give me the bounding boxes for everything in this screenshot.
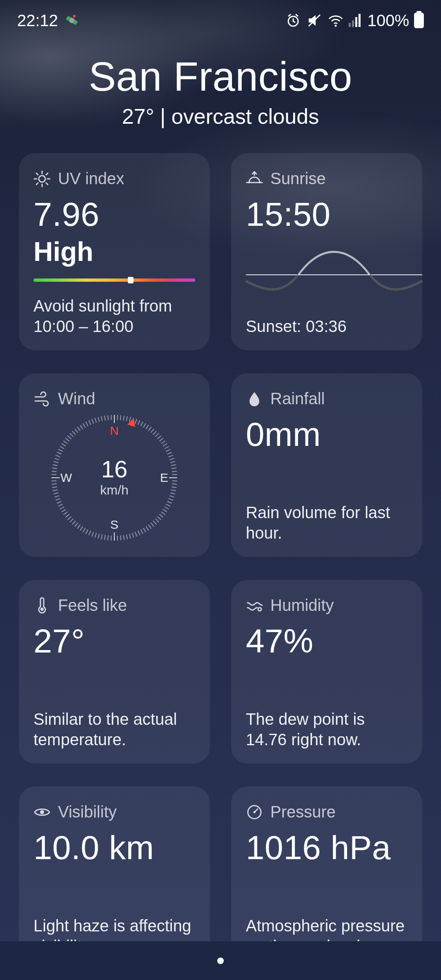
wifi-icon — [327, 12, 344, 29]
svg-point-6 — [334, 25, 336, 27]
sunrise-card[interactable]: Sunrise 15:50 Sunset: 03:36 — [231, 153, 422, 350]
humidity-desc: The dew point is 14.76 right now. — [246, 709, 408, 750]
satellite-icon — [64, 12, 80, 29]
status-right: 100% — [285, 11, 424, 30]
uv-index-value: 7.96 — [33, 195, 195, 234]
wind-unit: km/h — [100, 483, 128, 498]
uv-marker — [128, 277, 134, 283]
visibility-value: 10.0 km — [33, 829, 195, 867]
thermometer-icon — [33, 597, 51, 614]
uv-spectrum-bar — [33, 278, 195, 282]
feels-like-value: 27° — [33, 622, 195, 660]
signal-icon — [349, 12, 363, 29]
uv-index-level: High — [33, 236, 195, 267]
humidity-icon — [246, 597, 263, 614]
rainfall-card[interactable]: Rainfall 0mm Rain volume for last hour. — [231, 373, 422, 557]
humidity-value: 47% — [246, 622, 408, 660]
metrics-grid: UV index 7.96 High Avoid sunlight from 1… — [19, 153, 422, 970]
uv-index-advice: Avoid sunlight from 10:00 – 16:00 — [33, 296, 195, 336]
svg-point-3 — [73, 15, 76, 18]
battery-text: 100% — [368, 11, 409, 30]
rainfall-header: Rainfall — [246, 390, 408, 408]
pressure-header: Pressure — [246, 803, 408, 821]
uv-index-card[interactable]: UV index 7.96 High Avoid sunlight from 1… — [19, 153, 210, 350]
pressure-title: Pressure — [270, 803, 336, 821]
humidity-card[interactable]: Humidity 47% The dew point is 14.76 righ… — [231, 580, 422, 764]
wind-compass: N S E W 16 km/h — [49, 412, 180, 543]
battery-icon — [414, 13, 424, 28]
wind-speed: 16 — [101, 457, 128, 481]
wind-card[interactable]: Wind N S E W 16 km/h — [19, 373, 210, 557]
feels-like-card[interactable]: Feels like 27° Similar to the actual tem… — [19, 580, 210, 764]
svg-rect-7 — [349, 23, 351, 27]
uv-index-header: UV index — [33, 169, 195, 188]
svg-line-16 — [36, 173, 38, 175]
uv-index-title: UV index — [58, 169, 124, 188]
svg-rect-9 — [355, 17, 357, 27]
svg-rect-8 — [352, 20, 354, 27]
alarm-icon — [285, 12, 301, 29]
wind-title: Wind — [58, 390, 95, 408]
feels-like-title: Feels like — [58, 596, 127, 615]
mute-icon — [306, 12, 323, 29]
weather-header: San Francisco 27° | overcast clouds — [0, 53, 441, 129]
svg-point-148 — [254, 811, 256, 813]
svg-line-18 — [36, 183, 38, 185]
svg-rect-10 — [359, 14, 361, 27]
nav-home-indicator[interactable] — [217, 958, 224, 964]
svg-point-145 — [40, 810, 44, 814]
status-left: 22:12 — [17, 11, 80, 30]
weather-summary: 27° | overcast clouds — [0, 104, 441, 129]
sunrise-header: Sunrise — [246, 169, 408, 188]
eye-icon — [33, 804, 51, 821]
sun-path-graph — [246, 248, 422, 297]
city-name: San Francisco — [0, 53, 441, 100]
rainfall-value: 0mm — [246, 415, 408, 454]
rainfall-desc: Rain volume for last hour. — [246, 502, 408, 543]
feels-like-header: Feels like — [33, 596, 195, 615]
status-bar: 22:12 — [0, 0, 441, 37]
gauge-icon — [246, 804, 263, 821]
status-time: 22:12 — [17, 11, 58, 30]
wind-header: Wind — [33, 390, 195, 408]
sun-icon — [33, 170, 51, 187]
svg-line-17 — [46, 183, 48, 185]
svg-point-11 — [39, 176, 45, 182]
rainfall-title: Rainfall — [270, 390, 325, 408]
system-nav-bar — [0, 941, 441, 980]
svg-point-143 — [40, 608, 44, 611]
humidity-header: Humidity — [246, 596, 408, 615]
pressure-value: 1016 hPa — [246, 829, 408, 867]
visibility-header: Visibility — [33, 803, 195, 821]
feels-like-desc: Similar to the actual temperature. — [33, 709, 195, 750]
humidity-title: Humidity — [270, 596, 334, 615]
sunrise-title: Sunrise — [270, 169, 326, 188]
svg-line-19 — [46, 173, 48, 175]
wind-icon — [33, 390, 51, 408]
sunset-label: Sunset: 03:36 — [246, 316, 408, 336]
sunrise-icon — [246, 170, 263, 187]
sunrise-time: 15:50 — [246, 195, 408, 234]
visibility-title: Visibility — [58, 803, 117, 821]
raindrop-icon — [246, 390, 263, 408]
svg-point-144 — [258, 608, 261, 611]
